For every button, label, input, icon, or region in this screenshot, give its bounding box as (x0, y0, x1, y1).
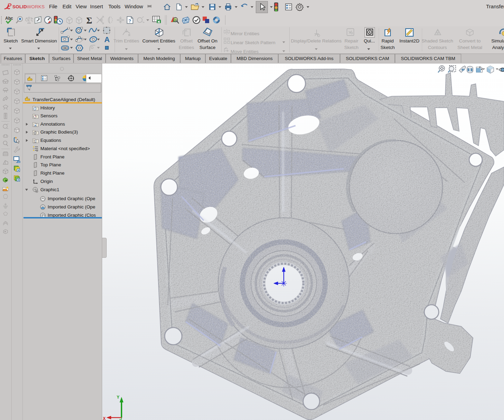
svg-text:A: A (104, 35, 110, 43)
svg-text:X: X (103, 416, 106, 420)
svg-text:Σ: Σ (86, 16, 92, 25)
svg-text:?: ? (128, 18, 131, 23)
svg-text:Y: Y (117, 395, 119, 400)
svg-text:Abc: Abc (5, 16, 13, 21)
svg-text:Σ: Σ (34, 140, 36, 143)
svg-text:A: A (34, 124, 36, 127)
